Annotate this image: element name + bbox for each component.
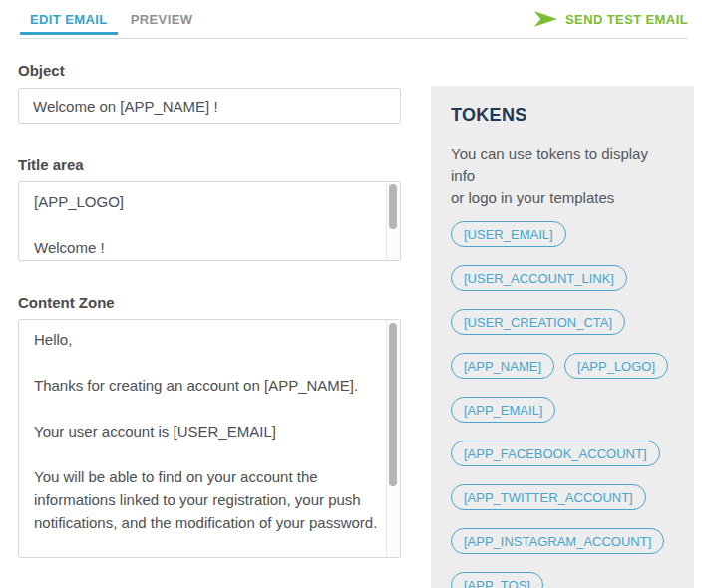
token-pill-app-logo[interactable]: [APP_LOGO] xyxy=(564,353,668,379)
token-pill-user-creation-cta[interactable]: [USER_CREATION_CTA] xyxy=(451,309,625,335)
token-pill-app-name[interactable]: [APP_NAME] xyxy=(451,353,554,379)
title-area-textarea[interactable]: [APP_LOGO] Welcome ! xyxy=(18,181,401,261)
token-pill-app-instagram-account[interactable]: [APP_INSTAGRAM_ACCOUNT] xyxy=(451,528,664,554)
title-area-scrollbar-thumb[interactable] xyxy=(389,184,397,229)
tokens-panel-title: TOKENS xyxy=(451,105,674,125)
token-pill-app-facebook-account[interactable]: [APP_FACEBOOK_ACCOUNT] xyxy=(451,441,660,466)
tokens-panel: TOKENS You can use tokens to display inf… xyxy=(431,86,694,588)
email-form: Object Title area [APP_LOGO] Welcome ! C… xyxy=(18,62,401,558)
token-pill-app-twitter-account[interactable]: [APP_TWITTER_ACCOUNT] xyxy=(451,484,646,510)
tab-preview[interactable]: PREVIEW xyxy=(121,0,203,38)
object-input[interactable] xyxy=(18,88,401,124)
title-area-scrollbar[interactable] xyxy=(386,182,400,260)
token-pill-user-account-link[interactable]: [USER_ACCOUNT_LINK] xyxy=(451,265,627,291)
tokens-panel-description: You can use tokens to display info or lo… xyxy=(451,144,674,209)
content-zone-textarea[interactable]: Hello, Thanks for creating an account on… xyxy=(18,319,401,558)
object-label: Object xyxy=(18,62,401,80)
token-list: [USER_EMAIL] [USER_ACCOUNT_LINK] [USER_C… xyxy=(451,221,674,588)
content-zone-scrollbar[interactable] xyxy=(386,320,400,557)
content-zone-label: Content Zone xyxy=(18,294,401,312)
send-test-email-label: SEND TEST EMAIL xyxy=(565,12,688,27)
content-zone-scrollbar-thumb[interactable] xyxy=(389,323,397,486)
send-icon xyxy=(534,11,557,27)
title-area-text[interactable]: [APP_LOGO] Welcome ! xyxy=(19,182,385,260)
tab-edit-email[interactable]: EDIT EMAIL xyxy=(20,0,118,38)
title-area-label: Title area xyxy=(18,156,401,174)
content-zone-text[interactable]: Hello, Thanks for creating an account on… xyxy=(19,320,385,557)
token-pill-app-tos[interactable]: [APP_TOS] xyxy=(451,572,543,588)
token-pill-user-email[interactable]: [USER_EMAIL] xyxy=(451,221,566,247)
tab-bar: EDIT EMAIL PREVIEW SEND TEST EMAIL xyxy=(20,0,688,39)
send-test-email-button[interactable]: SEND TEST EMAIL xyxy=(534,0,688,38)
token-pill-app-email[interactable]: [APP_EMAIL] xyxy=(451,397,555,423)
email-editor-screen: EDIT EMAIL PREVIEW SEND TEST EMAIL Objec… xyxy=(0,0,702,588)
